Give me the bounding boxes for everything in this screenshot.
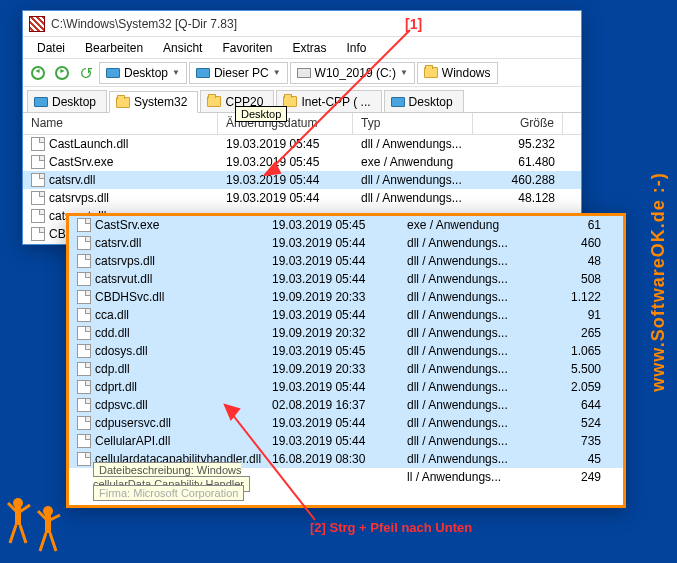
col-header-size[interactable]: Größe bbox=[473, 113, 563, 134]
file-icon bbox=[77, 452, 91, 466]
secondary-window: CastSrv.exe19.03.2019 05:45exe / Anwendu… bbox=[66, 213, 626, 508]
file-icon bbox=[77, 308, 91, 322]
svg-marker-15 bbox=[225, 405, 239, 419]
tab-desktop[interactable]: Desktop bbox=[27, 90, 107, 112]
file-icon bbox=[77, 254, 91, 268]
menu-ansicht[interactable]: Ansicht bbox=[153, 39, 212, 57]
file-icon bbox=[77, 290, 91, 304]
file-icon bbox=[31, 137, 45, 151]
monitor-icon bbox=[34, 97, 48, 107]
file-row[interactable]: CastSrv.exe19.03.2019 05:45exe / Anwendu… bbox=[69, 216, 623, 234]
app-icon bbox=[29, 16, 45, 32]
menu-datei[interactable]: Datei bbox=[27, 39, 75, 57]
svg-line-5 bbox=[20, 525, 26, 543]
file-row[interactable]: CellularAPI.dll19.03.2019 05:44dll / Anw… bbox=[69, 432, 623, 450]
file-icon bbox=[31, 173, 45, 187]
file-icon bbox=[77, 326, 91, 340]
file-row[interactable]: catsrvut.dll19.03.2019 05:44dll / Anwend… bbox=[69, 270, 623, 288]
watermark-text: www.SoftwareOK.de :-) bbox=[648, 172, 669, 391]
file-row[interactable]: cdpusersvc.dll19.03.2019 05:44dll / Anwe… bbox=[69, 414, 623, 432]
svg-line-14 bbox=[225, 405, 315, 520]
arrow-1 bbox=[250, 25, 420, 185]
file-icon bbox=[77, 236, 91, 250]
tab-system32[interactable]: System32 bbox=[109, 91, 198, 113]
file-icon bbox=[31, 191, 45, 205]
tail-type: ll / Anwendungs... bbox=[399, 470, 519, 484]
file-icon bbox=[77, 434, 91, 448]
secondary-file-list[interactable]: CastSrv.exe19.03.2019 05:45exe / Anwendu… bbox=[69, 216, 623, 468]
svg-point-6 bbox=[43, 506, 53, 516]
file-row[interactable]: cca.dll19.03.2019 05:44dll / Anwendungs.… bbox=[69, 306, 623, 324]
menu-bearbeiten[interactable]: Bearbeiten bbox=[75, 39, 153, 57]
svg-line-11 bbox=[50, 533, 56, 551]
svg-line-10 bbox=[40, 533, 46, 551]
tail-size: 249 bbox=[519, 470, 609, 484]
dancers-decoration bbox=[0, 483, 70, 563]
file-row[interactable]: cdpsvc.dll02.08.2019 16:37dll / Anwendun… bbox=[69, 396, 623, 414]
annotation-2: [2] Strg + Pfeil nach Unten bbox=[310, 520, 472, 535]
window-title: C:\Windows\System32 [Q-Dir 7.83] bbox=[51, 17, 237, 31]
file-icon bbox=[77, 362, 91, 376]
file-icon bbox=[31, 227, 45, 241]
file-icon bbox=[31, 155, 45, 169]
svg-marker-13 bbox=[265, 163, 280, 175]
file-row[interactable]: cdprt.dll19.03.2019 05:44dll / Anwendung… bbox=[69, 378, 623, 396]
folder-icon bbox=[207, 96, 221, 107]
svg-line-12 bbox=[265, 30, 410, 175]
folder-icon bbox=[116, 97, 130, 108]
desktop-tooltip: Desktop bbox=[235, 106, 287, 122]
refresh-button[interactable] bbox=[75, 62, 97, 84]
file-row[interactable]: catsrvps.dll19.03.2019 05:44dll / Anwend… bbox=[23, 189, 581, 207]
svg-point-0 bbox=[13, 498, 23, 508]
svg-line-4 bbox=[10, 525, 16, 543]
windows-folder-dropdown[interactable]: Windows bbox=[417, 62, 498, 84]
file-icon bbox=[77, 416, 91, 430]
chevron-down-icon: ▼ bbox=[172, 68, 180, 77]
desktop-dropdown[interactable]: Desktop▼ bbox=[99, 62, 187, 84]
file-icon bbox=[77, 272, 91, 286]
file-icon bbox=[77, 398, 91, 412]
file-icon bbox=[77, 218, 91, 232]
file-icon bbox=[77, 344, 91, 358]
file-row[interactable]: catsrvps.dll19.03.2019 05:44dll / Anwend… bbox=[69, 252, 623, 270]
file-row[interactable]: catsrv.dll19.03.2019 05:44dll / Anwendun… bbox=[69, 234, 623, 252]
file-icon bbox=[31, 209, 45, 223]
file-row[interactable]: cdosys.dll19.03.2019 05:45dll / Anwendun… bbox=[69, 342, 623, 360]
pc-icon bbox=[196, 68, 210, 78]
file-row[interactable]: cdd.dll19.09.2019 20:32dll / Anwendungs.… bbox=[69, 324, 623, 342]
arrow-2 bbox=[215, 395, 325, 525]
folder-icon bbox=[424, 67, 438, 78]
file-row[interactable]: cdp.dll19.09.2019 20:33dll / Anwendungs.… bbox=[69, 360, 623, 378]
file-icon bbox=[77, 380, 91, 394]
file-row[interactable]: CBDHSvc.dll19.09.2019 20:33dll / Anwendu… bbox=[69, 288, 623, 306]
col-header-name[interactable]: Name bbox=[23, 113, 218, 134]
nav-forward-button[interactable] bbox=[51, 62, 73, 84]
nav-back-button[interactable] bbox=[27, 62, 49, 84]
monitor-icon bbox=[106, 68, 120, 78]
